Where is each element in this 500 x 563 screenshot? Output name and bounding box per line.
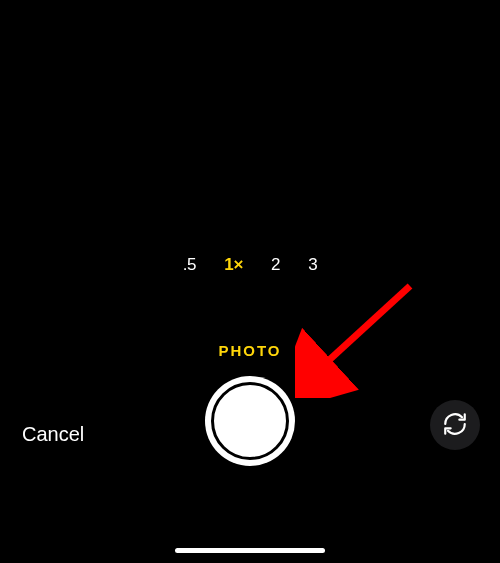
home-indicator xyxy=(175,548,325,553)
zoom-controls: .5 1× 2 3 xyxy=(0,255,500,275)
flip-camera-icon xyxy=(442,411,468,440)
flip-camera-button[interactable] xyxy=(430,400,480,450)
zoom-option-2x[interactable]: 2 xyxy=(271,255,280,275)
zoom-option-1x[interactable]: 1× xyxy=(224,255,243,275)
shutter-row: Cancel xyxy=(0,370,500,490)
shutter-inner-ring xyxy=(211,382,289,460)
zoom-option-3x[interactable]: 3 xyxy=(308,255,317,275)
svg-line-1 xyxy=(315,286,410,373)
cancel-button[interactable]: Cancel xyxy=(22,423,84,446)
zoom-option-0-5x[interactable]: .5 xyxy=(183,255,197,275)
shutter-button[interactable] xyxy=(205,376,295,466)
camera-mode-label[interactable]: PHOTO xyxy=(0,342,500,359)
